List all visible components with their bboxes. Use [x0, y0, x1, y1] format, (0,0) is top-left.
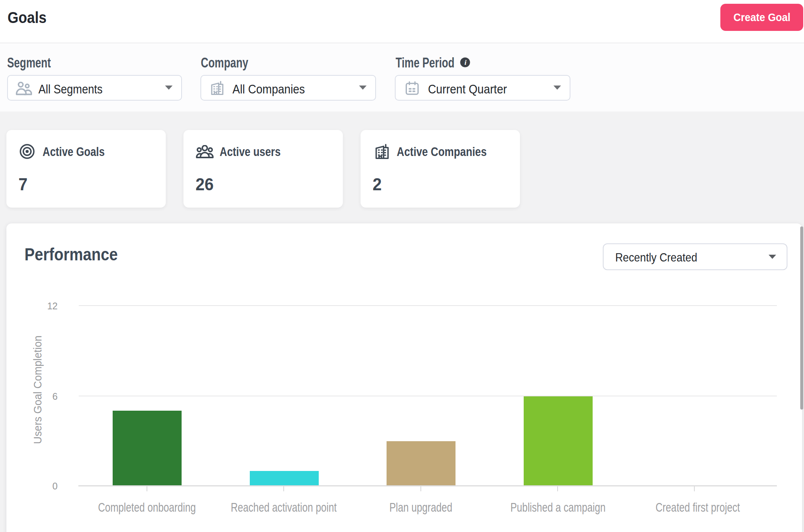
svg-text:i: i — [465, 58, 467, 66]
